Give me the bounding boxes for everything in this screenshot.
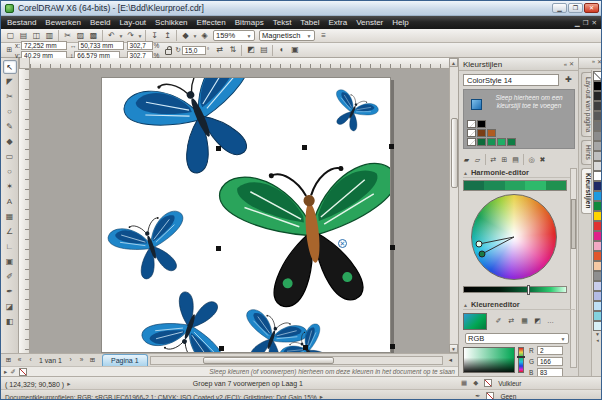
vertical-scroll-thumb[interactable]: [451, 118, 458, 188]
add-color-style-icon[interactable]: ✚: [562, 74, 575, 86]
current-color-swatch[interactable]: [463, 313, 487, 330]
export-icon[interactable]: ↥: [161, 30, 174, 42]
table-tool[interactable]: ▦: [3, 210, 17, 224]
color-style-swatch[interactable]: [497, 138, 506, 146]
no-color-swatch[interactable]: [19, 368, 27, 376]
mirror-horizontal-icon[interactable]: ⇄: [213, 44, 226, 56]
style-folder-icon[interactable]: [467, 129, 476, 137]
palette-swatch[interactable]: [593, 231, 602, 241]
palette-swatch[interactable]: [593, 191, 602, 201]
dock-close-icon[interactable]: ✕: [597, 58, 602, 68]
add-page-icon[interactable]: ⊞: [87, 355, 98, 366]
palette-swatch[interactable]: [593, 291, 602, 301]
maximize-button[interactable]: ❐: [568, 3, 583, 13]
palette-swatch[interactable]: [593, 151, 602, 161]
color-eyedropper-tool[interactable]: ✐: [3, 270, 17, 284]
mdi-restore-button[interactable]: ❐: [583, 17, 589, 28]
palette-swatch[interactable]: [593, 311, 602, 321]
selection-handle[interactable]: [390, 344, 395, 349]
scale-h-field[interactable]: 302,7: [127, 41, 153, 50]
object-properties-icon[interactable]: ▣: [288, 44, 301, 56]
style-folder-icon[interactable]: [467, 138, 476, 146]
outline-pen-tool[interactable]: ✒: [3, 285, 17, 299]
selection-handle[interactable]: [390, 245, 395, 250]
vertical-scrollbar[interactable]: ▲ ▼: [449, 58, 458, 353]
harmony-editor-header[interactable]: ▲ Harmonie-editor ▼: [463, 168, 575, 178]
menu-schikken[interactable]: Schikken: [155, 18, 187, 27]
butterfly-blue-left[interactable]: [106, 209, 198, 287]
new-color-style-icon[interactable]: ▰: [461, 154, 472, 166]
palette-swatch[interactable]: [593, 301, 602, 311]
application-launcher-icon[interactable]: ◆: [179, 30, 192, 42]
selection-handle[interactable]: [389, 144, 394, 149]
docker-scrollbar[interactable]: [570, 168, 577, 368]
color-style-name-field[interactable]: ColorStyle 14: [463, 74, 559, 86]
scroll-down-icon[interactable]: ▼: [449, 344, 458, 353]
color-style-drop-area[interactable]: Sleep hierheen om een kleurstijl toe te …: [463, 89, 575, 149]
snap-to-combo[interactable]: Magnetisch ▼: [259, 30, 315, 41]
palette-swatch[interactable]: [593, 171, 602, 181]
palette-grid-icon[interactable]: ▦: [461, 379, 467, 387]
next-page-icon[interactable]: ›: [65, 355, 76, 366]
menu-effecten[interactable]: Effecten: [197, 18, 226, 27]
harmony-color-bar[interactable]: [463, 180, 567, 191]
freehand-tool[interactable]: ✎: [3, 120, 17, 134]
treat-as-filled-icon[interactable]: ◩: [244, 44, 257, 56]
menu-bitmaps[interactable]: Bitmaps: [235, 18, 264, 27]
palette-swatch[interactable]: [593, 261, 602, 271]
color-style-swatch[interactable]: [507, 138, 516, 146]
horizontal-scroll-thumb[interactable]: [203, 357, 334, 364]
mirror-vertical-icon[interactable]: ⇅: [226, 44, 239, 56]
palette-swatch[interactable]: [593, 181, 602, 191]
color-editor-header[interactable]: ▲ Kleureneditor: [463, 300, 575, 310]
color-style-swatch[interactable]: [477, 120, 486, 128]
dock-collapse-icon[interactable]: »: [592, 58, 595, 68]
connector-tool[interactable]: ∟: [3, 240, 17, 254]
palette-swatch[interactable]: [593, 131, 602, 141]
merge-icon[interactable]: ⊞: [499, 154, 510, 166]
g-value-field[interactable]: 166: [537, 357, 563, 366]
rotation-angle-field[interactable]: 15,0: [182, 46, 206, 55]
color-style-swatch[interactable]: [477, 129, 486, 137]
palette-swatch[interactable]: [593, 271, 602, 281]
drawing-canvas[interactable]: ✕: [30, 69, 449, 353]
palette-swatch[interactable]: [593, 281, 602, 291]
palette-swatch[interactable]: [593, 251, 602, 261]
chevron-down-icon[interactable]: ▼: [137, 33, 143, 39]
rectangle-tool[interactable]: ▭: [3, 150, 17, 164]
docker-close-icon[interactable]: ✕: [569, 59, 574, 70]
selection-handle[interactable]: [216, 246, 221, 251]
palette-expand-icon[interactable]: ◂: [596, 337, 599, 343]
r-value-field[interactable]: 2: [537, 346, 563, 355]
first-page-icon[interactable]: «: [14, 355, 25, 366]
menu-tekst[interactable]: Tekst: [273, 18, 292, 27]
color-style-swatch[interactable]: [487, 138, 496, 146]
horizontal-ruler[interactable]: [30, 58, 449, 69]
mdi-close-button[interactable]: ✕: [592, 17, 597, 28]
palette-swatch[interactable]: [593, 111, 602, 121]
x-position-field[interactable]: 72,252 mm: [21, 41, 67, 50]
mdi-minimize-button[interactable]: ▁: [575, 17, 580, 28]
color-model-combo[interactable]: RGB ▼: [465, 333, 569, 344]
new-harmony-icon[interactable]: ▱: [472, 154, 483, 166]
palette-swatch[interactable]: [593, 91, 602, 101]
butterfly-green-selected[interactable]: [218, 160, 391, 312]
harmony-color-segment[interactable]: [546, 181, 566, 190]
more-options-icon[interactable]: …: [545, 315, 556, 327]
minimize-button[interactable]: ▁: [552, 3, 567, 13]
options-icon[interactable]: ≡: [317, 30, 330, 42]
object-width-field[interactable]: 50,733 mm: [78, 41, 124, 50]
smart-fill-tool[interactable]: ◆: [3, 135, 17, 149]
text-tool[interactable]: A: [3, 195, 17, 209]
palette-view-icon[interactable]: ▦: [519, 315, 530, 327]
no-color-swatch[interactable]: [593, 71, 602, 81]
menu-help[interactable]: Help: [392, 18, 408, 27]
lock-ratio-icon[interactable]: [165, 49, 172, 55]
menu-venster[interactable]: Venster: [356, 18, 383, 27]
palette-swatch[interactable]: [593, 141, 602, 151]
ellipse-tool[interactable]: ○: [3, 165, 17, 179]
brightness-slider-thumb[interactable]: [527, 285, 530, 295]
title-bar[interactable]: CorelDRAW X6 (64-bits) - [E:\Bdd\Kleurpr…: [1, 1, 602, 16]
menu-layout[interactable]: Lay-out: [119, 18, 146, 27]
quick-customize-icon[interactable]: ◐: [275, 44, 288, 56]
